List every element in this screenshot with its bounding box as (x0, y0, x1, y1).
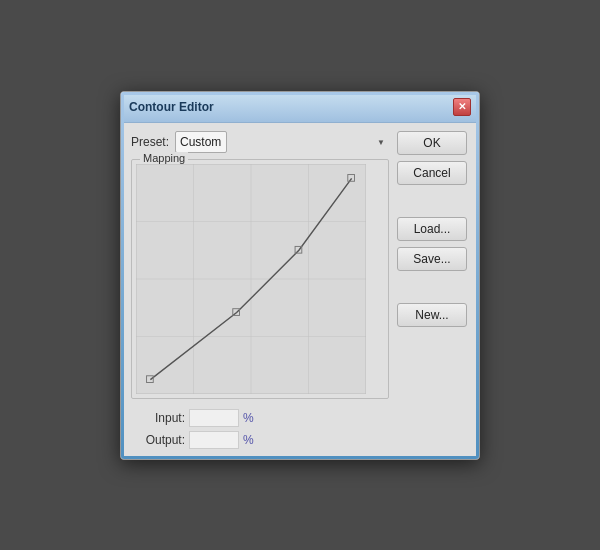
output-label: Output: (135, 433, 185, 447)
input-output-section: Input: % Output: % (131, 405, 389, 449)
right-panel: OK Cancel Load... Save... New... (397, 131, 469, 449)
output-percent: % (243, 433, 254, 447)
close-button[interactable]: ✕ (453, 98, 471, 116)
curve-canvas[interactable] (136, 164, 366, 394)
input-row: Input: % (135, 409, 389, 427)
dialog-body: Preset: Custom Mapping (121, 123, 479, 459)
preset-select-wrapper: Custom (175, 131, 389, 153)
load-button[interactable]: Load... (397, 217, 467, 241)
left-panel: Preset: Custom Mapping (131, 131, 389, 449)
preset-select[interactable]: Custom (175, 131, 227, 153)
output-value[interactable] (189, 431, 239, 449)
contour-editor-dialog: Contour Editor ✕ Preset: Custom Mapping (120, 91, 480, 460)
preset-row: Preset: Custom (131, 131, 389, 153)
output-row: Output: % (135, 431, 389, 449)
title-bar: Contour Editor ✕ (121, 92, 479, 123)
mapping-group: Mapping (131, 159, 389, 399)
new-button[interactable]: New... (397, 303, 467, 327)
input-value[interactable] (189, 409, 239, 427)
input-label: Input: (135, 411, 185, 425)
cancel-button[interactable]: Cancel (397, 161, 467, 185)
dialog-title: Contour Editor (129, 100, 214, 114)
input-percent: % (243, 411, 254, 425)
save-button[interactable]: Save... (397, 247, 467, 271)
svg-rect-7 (147, 375, 154, 382)
preset-label: Preset: (131, 135, 169, 149)
mapping-legend: Mapping (140, 152, 188, 164)
ok-button[interactable]: OK (397, 131, 467, 155)
